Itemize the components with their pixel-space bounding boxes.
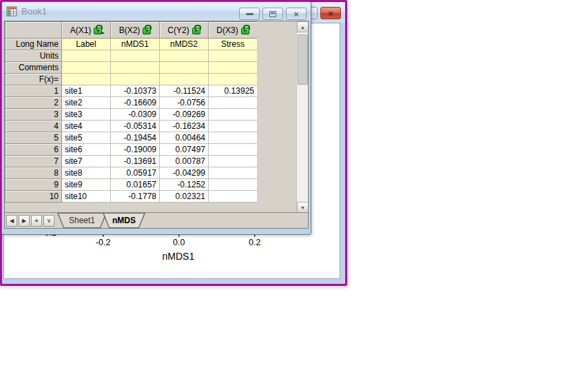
x-tick-label: 0.0: [173, 238, 185, 247]
data-cell[interactable]: 0.13925: [209, 85, 258, 97]
sheet-list-button[interactable]: ∨: [43, 215, 54, 227]
tab-sheet1[interactable]: Sheet1: [57, 213, 107, 228]
row-number[interactable]: 6: [6, 144, 62, 156]
tab-scroll-right-button[interactable]: ▶: [19, 215, 30, 227]
book1-minimize-button[interactable]: [239, 8, 260, 20]
label-cell[interactable]: [62, 62, 111, 74]
data-cell[interactable]: 0.05917: [111, 167, 160, 179]
book1-restore-button[interactable]: [262, 8, 283, 20]
label-cell[interactable]: Stress: [209, 39, 258, 50]
data-cell[interactable]: -0.04299: [160, 167, 209, 179]
label-cell[interactable]: Label: [62, 39, 111, 50]
data-cell[interactable]: -0.10373: [111, 85, 160, 97]
data-cell[interactable]: site6: [62, 144, 111, 156]
data-row: 6site6-0.190090.07497: [6, 144, 258, 156]
data-cell[interactable]: site2: [62, 97, 111, 109]
arrow-up-icon: ▲: [300, 25, 305, 30]
data-cell[interactable]: site3: [62, 109, 111, 121]
data-cell[interactable]: [209, 132, 258, 144]
data-cell[interactable]: -0.1778: [111, 191, 160, 203]
graph1-close-button[interactable]: ×: [320, 7, 341, 19]
row-number[interactable]: 9: [6, 179, 62, 191]
green-lock-icon[interactable]: [192, 28, 200, 34]
label-cell[interactable]: [209, 74, 258, 85]
data-cell[interactable]: -0.19009: [111, 144, 160, 156]
data-cell[interactable]: [209, 144, 258, 156]
tab-scroll-left-button[interactable]: ◀: [6, 215, 17, 227]
row-header-units[interactable]: Units: [6, 50, 62, 62]
data-cell[interactable]: site10: [62, 191, 111, 203]
label-cell[interactable]: [111, 62, 160, 74]
green-lock-icon[interactable]: [241, 28, 249, 34]
data-cell[interactable]: site9: [62, 179, 111, 191]
data-cell[interactable]: site7: [62, 156, 111, 167]
data-cell[interactable]: 0.00464: [160, 132, 209, 144]
data-cell[interactable]: -0.11524: [160, 85, 209, 97]
row-header-longname[interactable]: Long Name: [6, 39, 62, 50]
data-cell[interactable]: site5: [62, 132, 111, 144]
scrollbar-thumb[interactable]: [298, 34, 308, 85]
data-cell[interactable]: site8: [62, 167, 111, 179]
tab-nmds-active[interactable]: nMDS: [103, 213, 145, 228]
book1-titlebar[interactable]: Book1 ×: [2, 2, 311, 21]
book1-close-button[interactable]: ×: [286, 8, 307, 20]
row-number[interactable]: 8: [6, 167, 62, 179]
label-cell[interactable]: [160, 62, 209, 74]
label-cell[interactable]: nMDS2: [160, 39, 209, 50]
label-cell[interactable]: [209, 62, 258, 74]
column-header-A(X1)[interactable]: A(X1): [62, 22, 111, 39]
data-cell[interactable]: -0.05314: [111, 121, 160, 132]
data-cell[interactable]: [209, 97, 258, 109]
corner-cell[interactable]: [6, 22, 62, 39]
data-cell[interactable]: -0.0756: [160, 97, 209, 109]
label-cell[interactable]: [111, 50, 160, 62]
green-lock-icon[interactable]: [143, 28, 151, 34]
data-cell[interactable]: -0.09269: [160, 109, 209, 121]
data-cell[interactable]: -0.16234: [160, 121, 209, 132]
data-cell[interactable]: [209, 167, 258, 179]
row-header-fx[interactable]: F(x)=: [6, 74, 62, 85]
row-number[interactable]: 2: [6, 97, 62, 109]
label-cell[interactable]: [62, 50, 111, 62]
label-cell[interactable]: [160, 74, 209, 85]
row-number[interactable]: 10: [6, 191, 62, 203]
data-cell[interactable]: 0.02321: [160, 191, 209, 203]
row-number[interactable]: 4: [6, 121, 62, 132]
row-header-comments[interactable]: Comments: [6, 62, 62, 74]
column-header-D(X3)[interactable]: D(X3): [209, 22, 258, 39]
data-cell[interactable]: 0.07497: [160, 144, 209, 156]
data-cell[interactable]: -0.1252: [160, 179, 209, 191]
row-number[interactable]: 7: [6, 156, 62, 167]
row-number[interactable]: 3: [6, 109, 62, 121]
label-cell[interactable]: [160, 50, 209, 62]
data-cell[interactable]: site4: [62, 121, 111, 132]
data-cell[interactable]: [209, 156, 258, 167]
add-sheet-button[interactable]: +: [31, 215, 42, 227]
data-cell[interactable]: -0.13691: [111, 156, 160, 167]
scroll-down-button[interactable]: ▼: [297, 202, 309, 213]
data-cell[interactable]: -0.19454: [111, 132, 160, 144]
data-cell[interactable]: [209, 109, 258, 121]
data-cell[interactable]: [209, 191, 258, 203]
row-number[interactable]: 1: [6, 85, 62, 97]
data-cell[interactable]: -0.0309: [111, 109, 160, 121]
label-cell[interactable]: nMDS1: [111, 39, 160, 50]
label-cell[interactable]: [209, 50, 258, 62]
label-cell[interactable]: [111, 74, 160, 85]
scroll-up-button[interactable]: ▲: [297, 21, 309, 32]
data-cell[interactable]: -0.16609: [111, 97, 160, 109]
label-cell[interactable]: [62, 74, 111, 85]
x-axis-title[interactable]: nMDS1: [163, 251, 195, 262]
vertical-scrollbar[interactable]: ▲ ▼: [296, 21, 308, 213]
data-cell[interactable]: 0.00787: [160, 156, 209, 167]
data-cell[interactable]: [209, 179, 258, 191]
data-cell[interactable]: site1: [62, 85, 111, 97]
column-header-B(X2)[interactable]: B(X2): [111, 22, 160, 39]
data-cell[interactable]: 0.01657: [111, 179, 160, 191]
row-number[interactable]: 5: [6, 132, 62, 144]
column-header-C(Y2)[interactable]: C(Y2): [160, 22, 209, 39]
column-header-row: A(X1)B(X2)C(Y2)D(X3): [6, 22, 258, 39]
column-header-label: A(X1): [70, 25, 92, 35]
data-cell[interactable]: [209, 121, 258, 132]
green-lock-icon[interactable]: [94, 28, 102, 34]
